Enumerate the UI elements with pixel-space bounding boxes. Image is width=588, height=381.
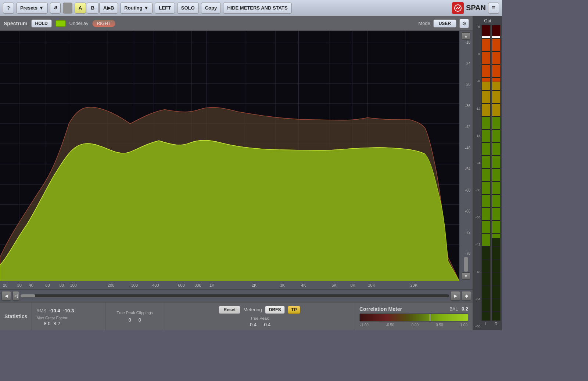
green-indicator[interactable] — [55, 20, 66, 27]
db-label: -60 — [460, 188, 470, 192]
vu-r-channel — [492, 25, 501, 321]
scroll-up-button[interactable]: ▲ — [462, 32, 470, 40]
vu-panel: Out 6 0 -6 -12 -18 -24 -30 -36 -42 -48 -… — [473, 16, 502, 330]
nav-small-left-button[interactable]: ◁ — [12, 291, 19, 301]
db-label: -42 — [460, 125, 470, 129]
correlation-header: Correlation Meter BAL 0.2 — [359, 306, 468, 312]
vu-scale-n18: -18 — [476, 134, 480, 138]
rms-r-value: -10.3 — [63, 308, 74, 313]
span-logo-icon — [452, 2, 464, 14]
rms-label: RMS — [36, 308, 46, 313]
svg-rect-33 — [482, 38, 490, 81]
b-button[interactable]: B — [87, 3, 98, 14]
svg-rect-36 — [482, 247, 490, 320]
true-peak-label: True Peak — [250, 316, 269, 320]
vu-scale-n42: -42 — [476, 243, 480, 246]
freq-label-20: 20 — [3, 283, 7, 287]
rms-l-value: -10.4 — [49, 308, 60, 313]
bal-label: BAL — [449, 306, 458, 312]
ab-button[interactable]: A▶B — [99, 3, 118, 14]
right-indicator[interactable]: RIGHT — [92, 20, 115, 27]
vu-scale: 6 0 -6 -12 -18 -24 -30 -36 -42 -48 -54 -… — [475, 25, 481, 328]
freq-label-200: 200 — [108, 283, 114, 287]
correlation-meter-bar — [359, 313, 468, 322]
user-mode-button[interactable]: USER — [433, 19, 456, 28]
refresh-button[interactable]: ↺ — [50, 3, 61, 14]
vu-scale-n36: -36 — [476, 215, 480, 219]
left-button[interactable]: LEFT — [155, 3, 175, 14]
true-peak-clip-l: 0 — [129, 317, 131, 323]
spectrum-panel: Spectrum HOLD Underlay RIGHT Mode USER ⚙ — [0, 16, 473, 330]
true-peak-r: -0.4 — [262, 322, 270, 327]
hide-meters-button[interactable]: HIDE METERS AND STATS — [223, 3, 291, 14]
true-peak-clip-sub: True Peak Clippings 0 0 — [110, 311, 159, 323]
freq-label-30: 30 — [17, 283, 22, 287]
span-logo: SPAN — [452, 2, 486, 14]
settings-button[interactable]: ⚙ — [459, 19, 469, 28]
solo-button[interactable]: SOLO — [177, 3, 199, 14]
true-peak-row: True Peak -0.4 -0.4 — [248, 316, 271, 327]
rms-section: RMS -10.4 -10.3 Max Crest Factor 8.0 8.2 — [32, 302, 105, 330]
freq-label-100: 100 — [70, 283, 77, 287]
svg-rect-29 — [360, 314, 468, 322]
statistics-title: Statistics — [4, 313, 27, 319]
corr-scale-pos05: 0.50 — [436, 323, 443, 327]
correlation-labels: -1.00 -0.50 0.00 0.50 1.00 — [359, 323, 468, 327]
max-crest-label: Max Crest Factor — [36, 316, 67, 320]
gray-btn[interactable] — [63, 3, 72, 14]
nav-diamond-button[interactable]: ◆ — [462, 291, 471, 301]
freq-label-4k: 4K — [301, 283, 306, 287]
tp-button[interactable]: TP — [288, 306, 300, 314]
svg-rect-61 — [492, 38, 501, 81]
freq-label-20k: 20K — [410, 283, 417, 287]
copy-button[interactable]: Copy — [201, 3, 221, 14]
vu-title: Out — [484, 18, 491, 23]
reset-button[interactable]: Reset — [219, 306, 240, 314]
freq-label-400: 400 — [152, 283, 159, 287]
crest-row: Max Crest Factor 8.0 8.2 — [36, 316, 101, 326]
db-label: -72 — [460, 231, 470, 235]
freq-label-1k: 1K — [209, 283, 214, 287]
statistics-section: Statistics — [0, 302, 32, 330]
freq-label-300: 300 — [131, 283, 138, 287]
menu-button[interactable]: ≡ — [488, 3, 499, 14]
vu-r-label: R — [492, 322, 501, 328]
freq-label-2k: 2K — [252, 283, 257, 287]
scroll-down-button[interactable]: ▼ — [462, 272, 470, 280]
vu-meter: 6 0 -6 -12 -18 -24 -30 -36 -42 -48 -54 -… — [475, 25, 501, 328]
correlation-section: Correlation Meter BAL 0.2 — [355, 302, 473, 330]
metering-section: Reset Metering DBFS TP True Peak -0.4 -0… — [164, 302, 355, 330]
underlay-label: Underlay — [69, 21, 89, 26]
freq-label-8k: 8K — [350, 283, 355, 287]
stats-bar: Statistics RMS -10.4 -10.3 Max Crest Fac… — [0, 302, 473, 330]
nav-left-button[interactable]: ◀ — [1, 291, 11, 301]
nav-right-button[interactable]: ▶ — [451, 291, 460, 301]
metering-label: Metering — [243, 307, 262, 312]
corr-scale-neg1: -1.00 — [360, 323, 369, 327]
db-label: -36 — [460, 104, 470, 108]
metering-top-row: Reset Metering DBFS TP — [219, 306, 300, 314]
vu-channel-labels: L R — [481, 322, 501, 328]
spectrum-canvas: ▲ -18 -24 -30 -36 -42 -48 -54 -60 -66 -7… — [0, 31, 473, 281]
true-peak-sub: True Peak -0.4 -0.4 — [248, 316, 271, 327]
routing-button[interactable]: Routing ▼ — [120, 3, 153, 14]
mode-label: Mode — [418, 21, 430, 26]
correlation-title: Correlation Meter — [359, 306, 402, 312]
db-label: -48 — [460, 146, 470, 150]
corr-scale-0: 0.00 — [412, 323, 419, 327]
a-button[interactable]: A — [75, 3, 86, 14]
presets-arrow-icon: ▼ — [39, 5, 44, 11]
toolbar: ? Presets ▼ ↺ A B A▶B Routing ▼ LEFT SOL… — [0, 0, 502, 16]
spectrum-title: Spectrum — [4, 21, 28, 26]
freq-label-3k: 3K — [280, 283, 285, 287]
presets-button[interactable]: Presets ▼ — [16, 3, 48, 14]
nav-slider[interactable] — [21, 294, 449, 297]
dbfs-button[interactable]: DBFS — [265, 306, 285, 314]
nav-slider-thumb — [21, 294, 35, 297]
svg-rect-62 — [492, 82, 501, 117]
routing-arrow-icon: ▼ — [144, 5, 148, 11]
hold-button[interactable]: HOLD — [31, 19, 52, 28]
svg-rect-34 — [482, 82, 490, 117]
help-button[interactable]: ? — [3, 3, 14, 14]
freq-labels: 20 30 40 60 80 100 200 300 400 600 800 1… — [3, 281, 473, 289]
